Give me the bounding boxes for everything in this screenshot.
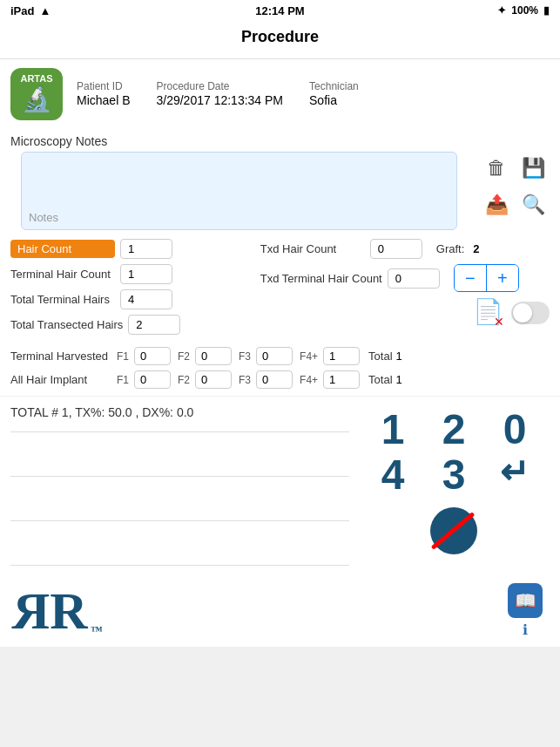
notes-placeholder: Notes xyxy=(29,211,58,224)
terminal-f1-label: F1 xyxy=(117,350,129,363)
technician-field: Technician Sofia xyxy=(309,80,359,108)
keypad-3[interactable]: 3 xyxy=(425,454,482,496)
help-section: 📖 ℹ xyxy=(508,583,543,638)
summary-col: TOTAL # 1, TX%: 50.0 , DX%: 0.0 xyxy=(10,405,349,566)
keypad-0[interactable]: 0 xyxy=(486,409,543,451)
txd-hair-count-row: Txd Hair Count Graft: 2 xyxy=(260,239,550,259)
technician-label: Technician xyxy=(309,80,359,92)
total-terminal-hairs-input[interactable] xyxy=(120,289,172,309)
save-icon[interactable]: 💾 xyxy=(516,152,550,185)
stepper-plus-button[interactable]: + xyxy=(487,265,518,291)
allhair-f2-label: F2 xyxy=(178,374,190,386)
left-data-col: Hair Count Terminal Hair Count Total Ter… xyxy=(10,239,252,340)
terminal-f4plus-input[interactable] xyxy=(323,347,360,365)
graft-stepper: − + xyxy=(454,264,519,292)
allhair-f3-input[interactable] xyxy=(256,370,293,389)
terminal-harvested-label: Terminal Harvested xyxy=(10,350,113,363)
stepper-minus-button[interactable]: − xyxy=(455,265,486,291)
total-transected-hairs-row: Total Transected Hairs xyxy=(10,315,252,335)
total-transected-hairs-label: Total Transected Hairs xyxy=(10,318,123,331)
search-icon[interactable]: 🔍 xyxy=(516,188,550,221)
terminal-f3-label: F3 xyxy=(239,350,251,363)
header-fields: Patient ID Michael B Procedure Date 3/29… xyxy=(77,80,550,108)
txd-hair-count-input[interactable] xyxy=(370,239,422,259)
graft-label: Graft: xyxy=(436,242,465,255)
txd-hair-count-label: Txd Hair Count xyxy=(260,242,365,255)
notes-action-icons: 🗑 💾 📤 🔍 xyxy=(480,152,550,230)
toggle-knob xyxy=(513,303,532,323)
terminal-f3-input[interactable] xyxy=(256,347,293,365)
allhair-f1-input[interactable] xyxy=(134,370,171,389)
total-terminal-hairs-label: Total Terminal Hairs xyxy=(10,293,115,306)
page-title: Procedure xyxy=(241,28,319,45)
graft-value: 2 xyxy=(473,242,479,255)
right-data-col: Txd Hair Count Graft: 2 Txd Terminal Hai… xyxy=(260,239,550,340)
artas-logo-text: ARTAS xyxy=(10,73,63,84)
procedure-date-field: Procedure Date 3/29/2017 12:13:34 PM xyxy=(156,80,283,108)
battery-label: 100% xyxy=(511,4,538,17)
cancel-doc-icon[interactable]: 📄 ✕ xyxy=(473,297,504,329)
microscopy-notes-label: Microscopy Notes xyxy=(0,129,560,152)
procedure-date-value: 3/29/2017 12:13:34 PM xyxy=(156,93,283,107)
patient-id-label: Patient ID xyxy=(77,80,130,92)
info-icon[interactable]: ℹ xyxy=(523,621,528,638)
allhair-f2-input[interactable] xyxy=(195,370,232,389)
hair-count-input[interactable] xyxy=(120,239,172,259)
divider-4 xyxy=(10,565,349,566)
terminal-hair-count-row: Terminal Hair Count xyxy=(10,264,252,284)
bottom-area: TOTAL # 1, TX%: 50.0 , DX%: 0.0 1 2 0 4 … xyxy=(0,397,560,566)
allhair-f3-label: F3 xyxy=(239,374,251,386)
terminal-total-label: Total xyxy=(368,350,392,363)
keypad-2[interactable]: 2 xyxy=(425,409,482,451)
brand-rr-logo: RR ™ xyxy=(17,585,103,637)
notes-area[interactable]: Notes xyxy=(21,152,457,230)
hair-count-row: Hair Count xyxy=(10,239,252,259)
main-content: ARTAS 🔬 Patient ID Michael B Procedure D… xyxy=(0,59,560,647)
allhair-f4plus-input[interactable] xyxy=(323,370,360,389)
nav-bar: Procedure xyxy=(0,21,560,59)
allhair-total-value: 1 xyxy=(396,373,402,386)
terminal-f2-input[interactable] xyxy=(195,347,232,365)
help-book-icon[interactable]: 📖 xyxy=(508,583,543,618)
status-bar: iPad ▲ 12:14 PM ✦ 100% ▮ xyxy=(0,0,560,21)
allhair-f1-label: F1 xyxy=(117,374,129,386)
bluetooth-icon: ✦ xyxy=(497,4,506,17)
toggle-switch[interactable] xyxy=(511,302,550,324)
terminal-hair-count-label: Terminal Hair Count xyxy=(10,268,115,281)
keypad: 1 2 0 4 3 ↵ xyxy=(358,405,550,566)
keypad-numbers: 1 2 0 4 3 ↵ xyxy=(364,409,543,496)
hair-count-label: Hair Count xyxy=(10,240,115,258)
allhair-f4plus-label: F4+ xyxy=(300,374,318,386)
all-hair-implant-label: All Hair Implant xyxy=(10,373,113,386)
terminal-f1-input[interactable] xyxy=(134,347,171,365)
wifi-icon: ▲ xyxy=(39,4,51,17)
email-icon[interactable]: 📤 xyxy=(480,188,513,221)
technician-value: Sofia xyxy=(309,93,337,107)
keypad-1[interactable]: 1 xyxy=(364,409,422,451)
total-transected-hairs-input[interactable] xyxy=(128,315,180,335)
artas-microscope-icon: 🔬 xyxy=(22,85,52,113)
delete-icon[interactable]: 🗑 xyxy=(480,152,513,185)
allhair-total-label: Total xyxy=(368,373,392,386)
data-section: Hair Count Terminal Hair Count Total Ter… xyxy=(0,230,560,340)
txd-terminal-hair-count-input[interactable] xyxy=(388,268,440,289)
terminal-f4plus-label: F4+ xyxy=(300,350,318,363)
patient-id-field: Patient ID Michael B xyxy=(77,80,130,108)
txd-terminal-hair-count-row: Txd Terminal Hair Count − + xyxy=(260,264,550,292)
total-terminal-hairs-row: Total Terminal Hairs xyxy=(10,289,252,309)
cancel-slash-icon[interactable] xyxy=(428,505,480,557)
header-row: ARTAS 🔬 Patient ID Michael B Procedure D… xyxy=(0,59,560,129)
keypad-4[interactable]: 4 xyxy=(364,454,422,496)
terminal-hair-count-input[interactable] xyxy=(120,264,172,284)
all-hair-implant-row: All Hair Implant F1 F2 F3 F4+ Total 1 xyxy=(10,370,550,389)
keypad-backspace[interactable]: ↵ xyxy=(486,454,543,496)
artas-logo: ARTAS 🔬 xyxy=(10,68,63,120)
harvested-section: Terminal Harvested F1 F2 F3 F4+ Total 1 … xyxy=(0,340,560,389)
brand-footer: RR ™ 📖 ℹ xyxy=(0,574,560,647)
terminal-f2-label: F2 xyxy=(178,350,190,363)
carrier-label: iPad xyxy=(10,4,34,17)
procedure-date-label: Procedure Date xyxy=(156,80,283,92)
terminal-harvested-row: Terminal Harvested F1 F2 F3 F4+ Total 1 xyxy=(10,347,550,365)
txd-terminal-hair-count-label: Txd Terminal Hair Count xyxy=(260,272,382,285)
battery-icon: ▮ xyxy=(543,4,550,17)
